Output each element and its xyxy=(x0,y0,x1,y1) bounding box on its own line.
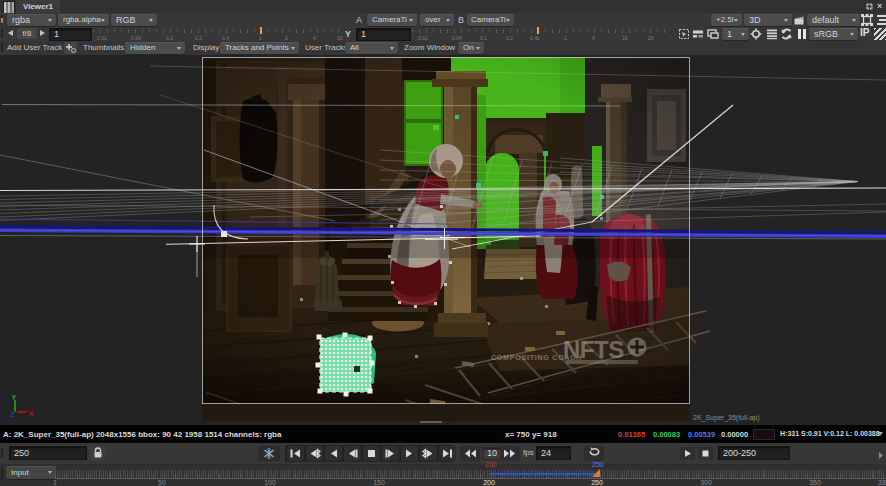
svg-text:Y: Y xyxy=(12,394,17,401)
svg-text:X: X xyxy=(29,410,34,417)
svg-text:Z: Z xyxy=(11,411,16,418)
